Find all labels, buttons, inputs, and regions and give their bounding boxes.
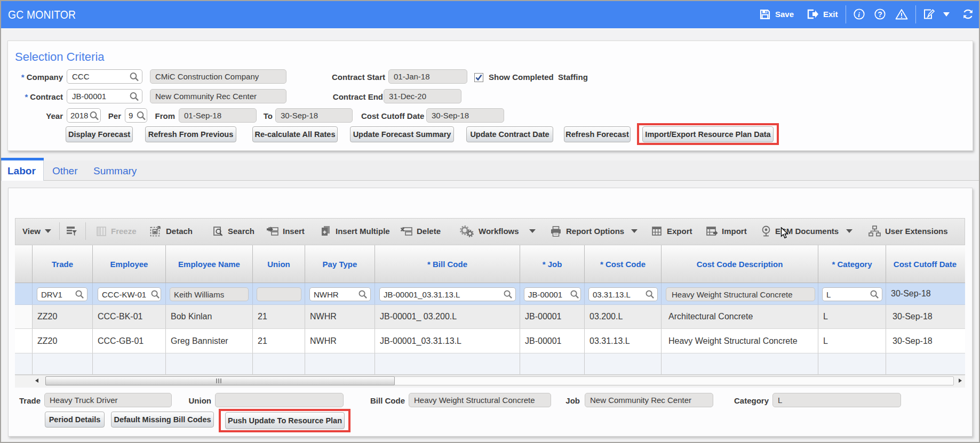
svg-text:?: ? xyxy=(878,10,882,19)
svg-text:i: i xyxy=(858,11,860,19)
